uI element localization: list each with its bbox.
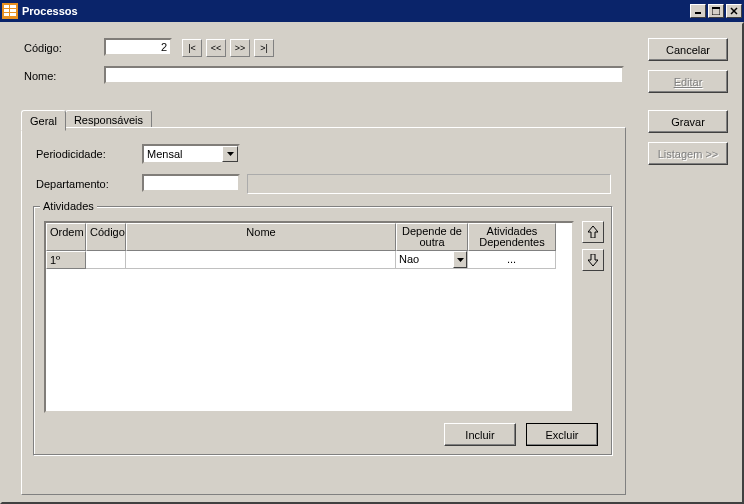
nav-first-button[interactable]: |< <box>182 39 202 57</box>
cancelar-button[interactable]: Cancelar <box>648 38 728 61</box>
svg-rect-5 <box>10 13 16 16</box>
cell-nome[interactable] <box>126 251 396 269</box>
minimize-button[interactable] <box>690 4 706 18</box>
cell-dependentes[interactable]: ... <box>468 251 556 269</box>
excluir-button[interactable]: Excluir <box>526 423 598 446</box>
svg-rect-4 <box>10 9 16 12</box>
chevron-down-icon <box>453 251 467 268</box>
header-depende: Depende de outra <box>396 223 468 251</box>
close-button[interactable] <box>726 4 742 18</box>
svg-rect-3 <box>10 5 16 8</box>
atividades-legend: Atividades <box>40 200 97 212</box>
title-bar: Processos <box>0 0 744 22</box>
gravar-button[interactable]: Gravar <box>648 110 728 133</box>
periodicidade-dropdown[interactable]: Mensal <box>142 144 240 164</box>
svg-rect-2 <box>4 13 9 16</box>
nav-next-button[interactable]: >> <box>230 39 250 57</box>
listagem-button[interactable]: Listagem >> <box>648 142 728 165</box>
header-dependentes: Atividades Dependentes <box>468 223 556 251</box>
cell-ordem: 1º <box>46 251 86 269</box>
svg-rect-1 <box>4 9 9 12</box>
svg-marker-14 <box>588 254 598 266</box>
svg-marker-13 <box>588 226 598 238</box>
departamento-label: Departamento: <box>36 178 109 190</box>
chevron-down-icon <box>222 146 238 162</box>
incluir-button[interactable]: Incluir <box>444 423 516 446</box>
nome-label: Nome: <box>24 70 56 82</box>
cell-codigo[interactable] <box>86 251 126 269</box>
header-nome: Nome <box>126 223 396 251</box>
grid-header-row: Ordem Código Nome Depende de outra Ativi… <box>46 223 572 251</box>
svg-marker-12 <box>457 258 464 262</box>
codigo-input[interactable] <box>104 38 172 56</box>
table-row[interactable]: 1º Nao ... <box>46 251 572 269</box>
app-icon <box>2 3 18 19</box>
svg-marker-11 <box>227 152 234 156</box>
nav-prev-button[interactable]: << <box>206 39 226 57</box>
periodicidade-label: Periodicidade: <box>36 148 106 160</box>
header-codigo: Código <box>86 223 126 251</box>
departamento-input[interactable] <box>142 174 240 192</box>
nav-last-button[interactable]: >| <box>254 39 274 57</box>
svg-rect-0 <box>4 5 9 8</box>
tab-panel-geral: Periodicidade: Mensal Departamento: Ativ… <box>21 127 626 495</box>
move-down-button[interactable] <box>582 249 604 271</box>
tab-geral[interactable]: Geral <box>21 110 66 131</box>
periodicidade-value: Mensal <box>144 148 222 160</box>
header-ordem: Ordem <box>46 223 86 251</box>
nome-input[interactable] <box>104 66 624 84</box>
codigo-label: Código: <box>24 42 62 54</box>
move-up-button[interactable] <box>582 221 604 243</box>
atividades-fieldset: Atividades Ordem Código Nome Depende de … <box>33 206 613 456</box>
cell-depende[interactable]: Nao <box>396 251 468 269</box>
maximize-button[interactable] <box>708 4 724 18</box>
window-title: Processos <box>22 5 690 17</box>
atividades-grid[interactable]: Ordem Código Nome Depende de outra Ativi… <box>44 221 574 413</box>
departamento-readonly <box>247 174 611 194</box>
editar-button[interactable]: Editar <box>648 70 728 93</box>
